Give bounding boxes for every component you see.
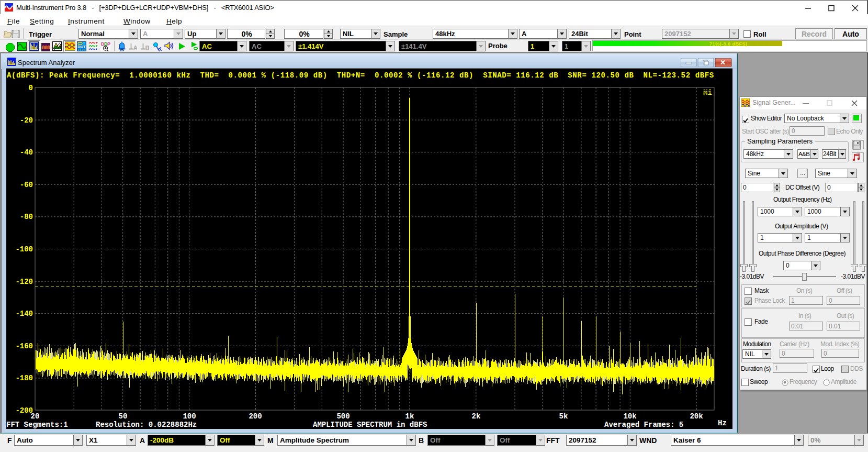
svg-text:Mi: Mi	[703, 89, 712, 97]
svg-text:B: B	[145, 45, 150, 51]
svg-text:888: 888	[42, 45, 50, 51]
svg-text:-180: -180	[15, 374, 33, 382]
svg-text:10k: 10k	[623, 412, 636, 421]
svg-text:0: 0	[29, 84, 33, 92]
svg-text:-140: -140	[15, 310, 33, 318]
svg-text:FFT Segments:1: FFT Segments:1	[6, 421, 68, 429]
svg-text:20: 20	[31, 412, 40, 421]
svg-text:DUT: DUT	[77, 45, 86, 49]
svg-text:50: 50	[119, 412, 128, 421]
svg-text:P: P	[107, 41, 110, 47]
svg-text:-120: -120	[15, 278, 33, 286]
svg-text:-60: -60	[20, 181, 33, 189]
svg-text:5k: 5k	[559, 412, 568, 421]
svg-text:-20: -20	[20, 116, 33, 125]
svg-text:500: 500	[336, 412, 350, 421]
svg-text:2k: 2k	[472, 412, 481, 421]
svg-text:100: 100	[183, 412, 196, 421]
svg-text:Hz: Hz	[718, 419, 727, 427]
svg-text:-40: -40	[20, 148, 33, 157]
svg-text:A: A	[133, 45, 138, 51]
svg-text:Averaged Frames: 5: Averaged Frames: 5	[604, 421, 683, 429]
svg-text:-100: -100	[15, 245, 33, 253]
svg-text:-160: -160	[15, 342, 33, 350]
svg-text:20k: 20k	[690, 412, 703, 421]
svg-text:-80: -80	[20, 213, 33, 221]
svg-text:200: 200	[249, 412, 262, 421]
svg-text:1k: 1k	[405, 412, 414, 421]
svg-text:Resolution: 0.0228882Hz: Resolution: 0.0228882Hz	[96, 421, 197, 429]
svg-text:AMPLITUDE SPECTRUM in dBFS: AMPLITUDE SPECTRUM in dBFS	[313, 421, 427, 429]
